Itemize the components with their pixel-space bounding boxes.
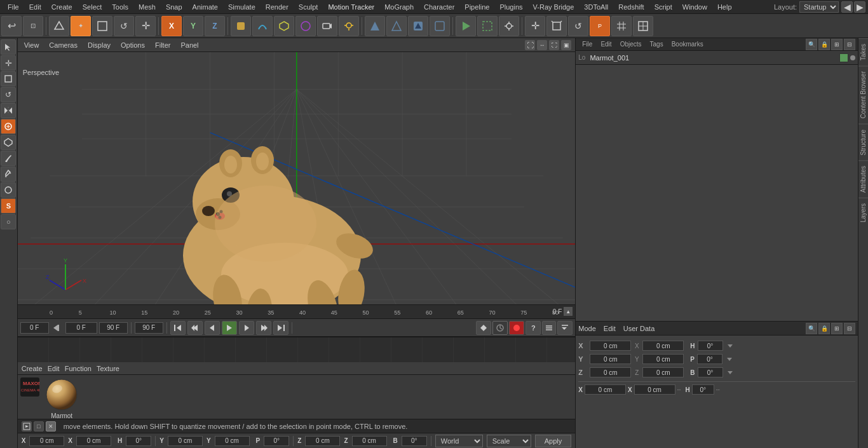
lt-select-btn[interactable] [1, 39, 16, 55]
mat-function-btn[interactable]: Function [65, 365, 92, 372]
apply-button[interactable]: Apply [535, 435, 572, 447]
obj-lock-btn[interactable]: 🔒 [818, 39, 830, 50]
mode-model-btn[interactable] [49, 16, 69, 36]
mat-texture-btn[interactable]: Texture [97, 365, 119, 372]
obj-expand-btn[interactable]: ⊞ [831, 39, 843, 50]
menu-create[interactable]: Create [46, 2, 78, 12]
attr-userdata[interactable]: User Data [623, 325, 655, 332]
menu-redshift[interactable]: Redshift [613, 2, 649, 12]
side-tab-content-browser[interactable]: Content Browser [858, 65, 868, 123]
scale-btn[interactable] [546, 16, 567, 36]
coord-y2-input[interactable] [215, 436, 250, 446]
obj-null-btn[interactable] [231, 16, 251, 36]
obj-tab-objects[interactable]: Objects [616, 39, 646, 49]
lt-knife-btn[interactable] [1, 119, 16, 134]
options-menu[interactable]: Options [118, 40, 147, 50]
attr-h-btn[interactable] [726, 341, 735, 350]
play-btn[interactable] [222, 321, 237, 335]
obj-tab-bookmarks[interactable]: Bookmarks [668, 39, 707, 49]
side-tab-structure[interactable]: Structure [858, 124, 868, 161]
attr-h-val[interactable] [698, 341, 723, 351]
menu-help[interactable]: Help [712, 2, 737, 12]
frame-fwd-btn[interactable] [239, 321, 254, 335]
side-tab-attributes[interactable]: Attributes [858, 160, 868, 198]
coord-x2-input[interactable] [76, 436, 111, 446]
end-frame-input[interactable] [65, 322, 97, 334]
obj-dot[interactable] [850, 55, 855, 60]
menu-edit[interactable]: Edit [24, 2, 46, 12]
minimize-icon[interactable]: □ [34, 421, 44, 431]
render-active-btn[interactable] [633, 16, 653, 36]
coord-h-input[interactable] [126, 436, 151, 446]
attr-p-btn[interactable] [725, 355, 734, 363]
lt-rotate-btn[interactable]: ↺ [1, 87, 16, 102]
attr-expand-btn[interactable]: ⊞ [831, 323, 843, 334]
menu-3dtoall[interactable]: 3DToAll [579, 2, 613, 12]
coord-z2-input[interactable] [352, 436, 387, 446]
frame-back-btn[interactable] [205, 321, 220, 335]
motion-btn[interactable] [542, 321, 556, 335]
attr-cb-x[interactable] [585, 384, 626, 395]
obj-camera-btn[interactable] [317, 16, 337, 36]
attr-lock-btn[interactable]: 🔒 [818, 323, 830, 334]
obj-tab-edit[interactable]: Edit [597, 39, 615, 49]
menu-file[interactable]: File [3, 2, 24, 12]
vp-render3-btn[interactable] [408, 16, 428, 36]
material-item[interactable]: Marmot [44, 377, 79, 419]
menu-mesh[interactable]: Mesh [133, 2, 161, 12]
undo-btn[interactable]: ↩ [1, 16, 22, 36]
view-menu[interactable]: View [22, 40, 42, 50]
panel-menu[interactable]: Panel [178, 40, 201, 50]
rotate-tool-btn[interactable]: ↺ [568, 16, 588, 36]
goto-start-btn[interactable] [170, 321, 186, 335]
mode-edges-btn[interactable] [92, 16, 112, 36]
menu-pipeline[interactable]: Pipeline [459, 2, 494, 12]
attr-y-2[interactable] [642, 354, 684, 364]
coord-x-input[interactable] [29, 436, 64, 446]
axis-z-btn[interactable]: Z [205, 16, 225, 36]
lt-s-btn[interactable]: S [1, 198, 16, 214]
lt-array-btn[interactable] [1, 182, 16, 198]
obj-filter-btn[interactable]: ⊟ [844, 39, 855, 50]
coord-p-input[interactable] [264, 436, 289, 446]
viewport-canvas[interactable]: Perspective [18, 52, 576, 304]
lt-move-btn[interactable]: ✛ [1, 55, 16, 71]
render-btn[interactable] [456, 16, 476, 36]
menu-mograph[interactable]: MoGraph [379, 2, 419, 12]
auto-key-btn[interactable] [492, 321, 508, 335]
grid-btn[interactable] [611, 16, 632, 36]
vp-render4-btn[interactable] [430, 16, 450, 36]
help-btn[interactable]: ? [526, 321, 541, 335]
menu-snap[interactable]: Snap [161, 2, 187, 12]
cameras-menu[interactable]: Cameras [46, 40, 80, 50]
obj-generator-btn[interactable] [274, 16, 294, 36]
object-manager-area[interactable] [576, 65, 858, 321]
menu-simulate[interactable]: Simulate [223, 2, 261, 12]
lt-polygon-btn[interactable] [1, 135, 16, 150]
display-menu[interactable]: Display [85, 40, 113, 50]
menu-script[interactable]: Script [649, 2, 677, 12]
timeline-area[interactable] [18, 337, 576, 362]
coord-z-input[interactable] [305, 436, 340, 446]
vp-icon-2[interactable]: ↔ [537, 40, 547, 50]
mode-points-btn[interactable]: ✦ [71, 16, 91, 36]
menu-vray[interactable]: V-Ray Bridge [528, 2, 580, 12]
menu-motion-tracker[interactable]: Motion Tracker [323, 2, 379, 12]
world-dropdown[interactable]: World Object [435, 435, 483, 447]
vp-icon-4[interactable]: ▣ [561, 40, 571, 50]
mat-edit-btn[interactable]: Edit [48, 365, 60, 372]
attr-edit[interactable]: Edit [604, 325, 616, 332]
vp-render2-btn[interactable] [386, 16, 407, 36]
goto-end-btn[interactable] [273, 321, 288, 335]
timeline-expand-btn[interactable] [557, 321, 573, 335]
vp-icon-1[interactable]: ⛶ [525, 40, 535, 50]
filter-menu[interactable]: Filter [153, 40, 173, 50]
record-btn[interactable]: P [590, 16, 610, 36]
obj-search-btn[interactable]: 🔍 [806, 39, 817, 50]
menu-plugins[interactable]: Plugins [494, 2, 527, 12]
attr-z-2[interactable] [642, 367, 684, 377]
close-icon[interactable]: ✕ [46, 421, 56, 431]
redo-btn[interactable]: ⊡ [23, 16, 43, 36]
coord-y-input[interactable] [168, 436, 203, 446]
attr-b-val[interactable] [698, 367, 723, 377]
